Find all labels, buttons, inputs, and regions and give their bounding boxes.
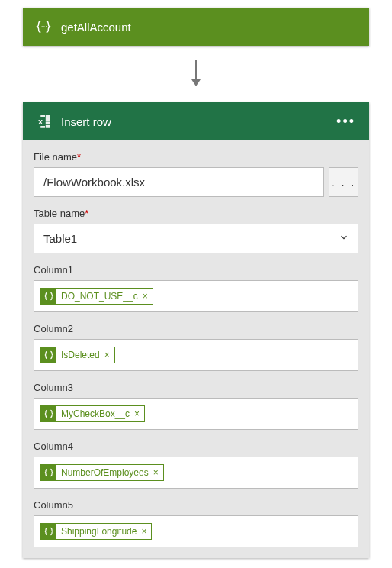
table-name-select[interactable]: Table1 bbox=[34, 224, 358, 253]
column2-input[interactable]: IsDeleted × bbox=[34, 339, 358, 371]
action-card: X Insert row ••• File name* . . . Table … bbox=[23, 102, 369, 558]
table-name-value: Table1 bbox=[43, 232, 77, 245]
token-label: NumberOfEmployees bbox=[61, 467, 152, 478]
required-asterisk: * bbox=[77, 151, 81, 163]
table-name-label-text: Table name bbox=[34, 208, 85, 219]
column5-input[interactable]: ShippingLongitude × bbox=[34, 515, 358, 547]
file-name-label: File name* bbox=[34, 151, 358, 163]
dynamic-content-token[interactable]: MyCheckBox__c × bbox=[40, 405, 145, 422]
token-remove-button[interactable]: × bbox=[103, 350, 114, 360]
table-name-label: Table name* bbox=[34, 208, 358, 219]
trigger-card[interactable]: getAllAccount bbox=[23, 8, 369, 46]
connector-arrow bbox=[0, 46, 392, 95]
token-remove-button[interactable]: × bbox=[141, 291, 153, 302]
token-label: DO_NOT_USE__c bbox=[61, 291, 141, 302]
column-label: Column1 bbox=[34, 264, 358, 276]
excel-icon: X bbox=[34, 111, 53, 131]
column1-input[interactable]: DO_NOT_USE__c × bbox=[34, 280, 358, 312]
token-remove-button[interactable]: × bbox=[152, 467, 163, 478]
action-title: Insert row bbox=[61, 115, 333, 128]
column-label: Column2 bbox=[34, 323, 358, 334]
svg-text:X: X bbox=[38, 118, 43, 126]
token-label: MyCheckBox__c bbox=[61, 408, 133, 419]
braces-icon bbox=[41, 347, 56, 363]
braces-icon bbox=[41, 465, 56, 480]
dynamic-content-token[interactable]: ShippingLongitude × bbox=[40, 523, 152, 540]
column3-input[interactable]: MyCheckBox__c × bbox=[34, 398, 358, 430]
column4-input[interactable]: NumberOfEmployees × bbox=[34, 457, 358, 489]
braces-icon bbox=[41, 289, 56, 304]
file-name-label-text: File name bbox=[34, 151, 77, 163]
braces-icon bbox=[41, 406, 56, 421]
action-header[interactable]: X Insert row ••• bbox=[23, 102, 369, 140]
token-label: IsDeleted bbox=[61, 350, 103, 360]
column-label: Column3 bbox=[34, 382, 358, 393]
column-label: Column4 bbox=[34, 441, 358, 452]
dynamic-content-token[interactable]: DO_NOT_USE__c × bbox=[40, 288, 153, 305]
braces-icon bbox=[41, 524, 56, 539]
action-body: File name* . . . Table name* Table1 Colu… bbox=[23, 140, 369, 558]
trigger-title: getAllAccount bbox=[61, 21, 358, 34]
svg-point-0 bbox=[41, 26, 42, 27]
trigger-header: getAllAccount bbox=[23, 8, 369, 46]
svg-marker-4 bbox=[191, 79, 201, 86]
token-remove-button[interactable]: × bbox=[140, 526, 151, 537]
file-browse-button[interactable]: . . . bbox=[329, 167, 358, 197]
column-label: Column5 bbox=[34, 499, 358, 511]
braces-icon bbox=[34, 17, 53, 37]
file-name-input[interactable] bbox=[34, 167, 324, 197]
svg-point-1 bbox=[43, 26, 44, 27]
token-label: ShippingLongitude bbox=[61, 526, 140, 537]
dynamic-content-token[interactable]: IsDeleted × bbox=[40, 347, 115, 363]
required-asterisk: * bbox=[85, 208, 88, 219]
dynamic-content-token[interactable]: NumberOfEmployees × bbox=[40, 464, 164, 481]
svg-point-2 bbox=[46, 26, 47, 27]
action-menu-button[interactable]: ••• bbox=[333, 114, 358, 130]
token-remove-button[interactable]: × bbox=[133, 408, 144, 419]
